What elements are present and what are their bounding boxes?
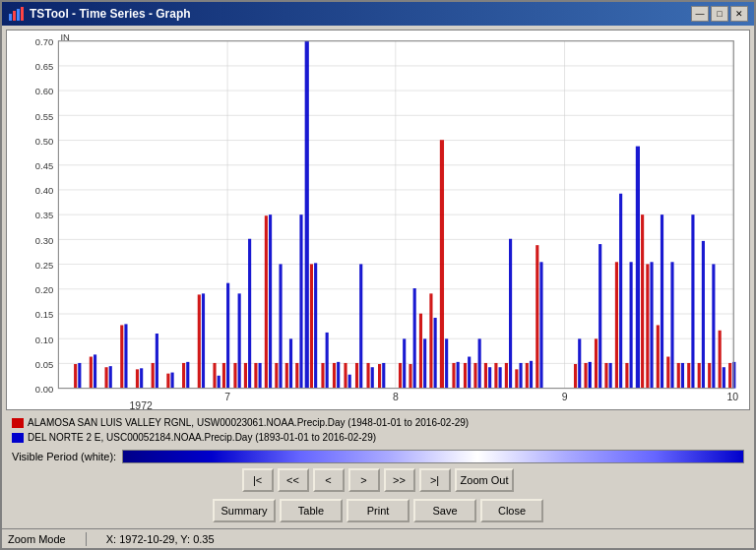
svg-rect-142 — [661, 214, 663, 388]
svg-rect-57 — [156, 334, 158, 389]
svg-rect-148 — [691, 214, 694, 388]
svg-rect-52 — [120, 325, 123, 388]
svg-rect-97 — [399, 363, 402, 389]
svg-rect-138 — [641, 214, 644, 388]
svg-rect-154 — [723, 367, 725, 388]
svg-rect-90 — [348, 375, 351, 389]
legend-color-2 — [12, 433, 24, 443]
time-series-chart: 0.70 0.65 0.60 0.55 0.50 0.45 0.40 0.35 … — [7, 31, 749, 409]
svg-rect-88 — [337, 362, 340, 389]
window-controls[interactable]: — □ ✕ — [691, 6, 748, 22]
next2-button[interactable]: >> — [384, 468, 415, 492]
svg-rect-145 — [677, 363, 680, 389]
zoom-out-button[interactable]: Zoom Out — [455, 468, 515, 492]
svg-rect-111 — [473, 363, 476, 389]
svg-rect-150 — [702, 241, 705, 389]
visible-period-row: Visible Period (white): — [6, 450, 750, 463]
svg-rect-153 — [719, 331, 722, 389]
summary-button[interactable]: Summary — [213, 499, 276, 522]
svg-rect-0 — [9, 14, 12, 21]
svg-text:1972: 1972 — [129, 399, 152, 409]
legend-label-1: ALAMOSA SAN LUIS VALLEY RGNL, USW0002306… — [28, 415, 469, 430]
svg-rect-1 — [13, 11, 16, 21]
svg-text:IN: IN — [60, 31, 70, 42]
legend-label-2: DEL NORTE 2 E, USC00052184.NOAA.Precip.D… — [28, 430, 376, 445]
svg-rect-110 — [468, 357, 471, 389]
svg-rect-46 — [74, 364, 77, 389]
print-button[interactable]: Print — [346, 499, 410, 522]
svg-text:0.30: 0.30 — [35, 235, 53, 246]
save-button[interactable]: Save — [413, 499, 476, 522]
svg-rect-3 — [21, 7, 24, 21]
visible-period-label: Visible Period (white): — [12, 451, 116, 462]
svg-rect-100 — [413, 288, 416, 389]
svg-rect-64 — [213, 363, 216, 389]
last-button[interactable]: >| — [419, 468, 451, 492]
svg-rect-62 — [198, 294, 201, 388]
svg-text:0.35: 0.35 — [35, 210, 53, 220]
svg-rect-2 — [17, 9, 20, 21]
svg-rect-70 — [244, 363, 247, 389]
svg-rect-120 — [519, 363, 522, 389]
svg-rect-151 — [708, 363, 711, 389]
svg-text:0.55: 0.55 — [35, 110, 53, 121]
svg-rect-74 — [265, 215, 268, 388]
close-button[interactable]: ✕ — [730, 6, 748, 22]
svg-rect-129 — [595, 338, 598, 388]
svg-rect-118 — [509, 239, 512, 389]
svg-rect-49 — [94, 354, 96, 388]
svg-text:0.65: 0.65 — [35, 61, 53, 72]
svg-text:7: 7 — [224, 391, 230, 402]
next-button[interactable]: > — [348, 468, 380, 492]
prev2-button[interactable]: << — [278, 468, 309, 492]
svg-rect-71 — [248, 239, 251, 389]
svg-rect-59 — [171, 373, 174, 389]
visible-period-bar[interactable] — [122, 450, 744, 463]
svg-rect-146 — [681, 363, 684, 389]
svg-rect-91 — [355, 363, 358, 389]
svg-rect-134 — [619, 194, 622, 389]
main-window: TSTool - Time Series - Graph — □ ✕ — [0, 0, 756, 550]
svg-rect-66 — [222, 363, 225, 389]
action-buttons: Summary Table Print Save Close — [6, 497, 750, 524]
svg-rect-55 — [140, 368, 143, 388]
svg-rect-61 — [186, 362, 189, 389]
svg-rect-79 — [289, 338, 292, 388]
svg-rect-94 — [371, 367, 374, 388]
svg-rect-115 — [494, 363, 497, 389]
svg-text:0.00: 0.00 — [35, 384, 53, 395]
legend-color-1 — [12, 418, 24, 428]
svg-rect-69 — [238, 293, 241, 388]
svg-rect-109 — [464, 363, 467, 389]
svg-text:0.50: 0.50 — [35, 136, 53, 147]
title-bar: TSTool - Time Series - Graph — □ ✕ — [2, 2, 754, 26]
svg-rect-128 — [589, 362, 592, 389]
svg-rect-83 — [310, 264, 313, 388]
svg-rect-102 — [423, 338, 426, 388]
table-button[interactable]: Table — [280, 499, 343, 522]
svg-rect-137 — [636, 147, 640, 389]
chart-container[interactable]: 0.70 0.65 0.60 0.55 0.50 0.45 0.40 0.35 … — [6, 30, 750, 410]
svg-rect-82 — [305, 41, 309, 389]
svg-rect-51 — [109, 366, 112, 388]
svg-rect-87 — [333, 363, 336, 389]
svg-rect-123 — [536, 245, 538, 388]
svg-rect-96 — [382, 363, 385, 389]
svg-rect-73 — [259, 363, 262, 389]
svg-rect-119 — [515, 369, 518, 388]
svg-text:0.10: 0.10 — [35, 334, 53, 344]
svg-text:0.70: 0.70 — [35, 36, 53, 47]
legend: ALAMOSA SAN LUIS VALLEY RGNL, USW0002306… — [6, 413, 750, 447]
close-button-action[interactable]: Close — [480, 499, 543, 522]
status-divider — [86, 532, 87, 546]
prev-button[interactable]: < — [313, 468, 345, 492]
legend-item-1: ALAMOSA SAN LUIS VALLEY RGNL, USW0002306… — [12, 415, 744, 430]
first-button[interactable]: |< — [242, 468, 274, 492]
svg-rect-75 — [269, 214, 272, 388]
svg-rect-54 — [136, 369, 139, 388]
svg-rect-105 — [440, 140, 444, 388]
minimize-button[interactable]: — — [691, 6, 709, 22]
svg-rect-95 — [378, 364, 381, 389]
maximize-button[interactable]: □ — [711, 6, 728, 22]
svg-text:8: 8 — [393, 391, 399, 402]
